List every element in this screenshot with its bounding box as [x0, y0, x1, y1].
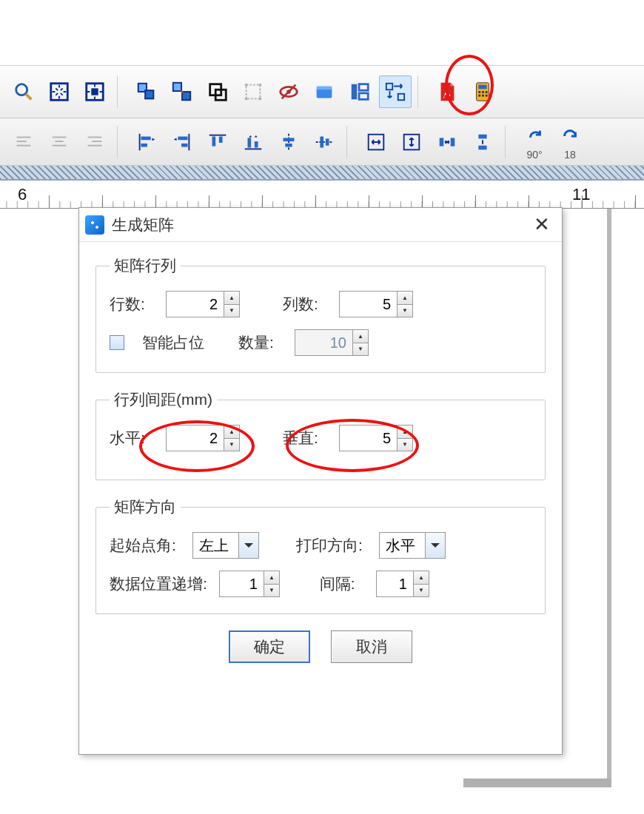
- spin-up-icon[interactable]: ▲: [398, 292, 412, 305]
- cols-spinner[interactable]: ▲▼: [339, 291, 413, 317]
- svg-rect-28: [478, 85, 486, 90]
- print-dir-label: 打印方向:: [296, 535, 367, 556]
- select-inner-icon[interactable]: [78, 75, 111, 108]
- group-squares-icon[interactable]: [130, 75, 163, 108]
- vspacing-input[interactable]: [339, 425, 397, 451]
- distribute-h-icon[interactable]: [431, 126, 463, 158]
- toolbar-separator: [117, 126, 124, 158]
- svg-rect-7: [173, 83, 181, 91]
- pdf-icon[interactable]: [431, 75, 463, 108]
- svg-rect-22: [352, 84, 358, 100]
- svg-rect-4: [91, 88, 98, 95]
- toolbar-separator: [505, 126, 512, 158]
- spin-up-icon[interactable]: ▲: [224, 426, 239, 439]
- rows-spinner[interactable]: ▲▼: [166, 291, 240, 317]
- spin-up-icon[interactable]: ▲: [224, 292, 239, 305]
- ok-button-label: 确定: [254, 636, 285, 657]
- align-left-text-icon[interactable]: [7, 126, 40, 158]
- page-center-v-icon[interactable]: [395, 126, 428, 158]
- combine-shapes-icon[interactable]: [201, 75, 234, 108]
- svg-point-14: [259, 84, 262, 87]
- align-bottom-icon[interactable]: [237, 126, 269, 158]
- select-outer-icon[interactable]: [43, 75, 76, 108]
- svg-rect-48: [178, 136, 187, 140]
- ruler-mark: 6: [18, 185, 27, 204]
- canvas-shadow: [463, 778, 611, 787]
- start-corner-select[interactable]: [192, 532, 259, 559]
- group-spacing: 行列间距(mm) 水平: ▲▼ 垂直: ▲▼: [95, 389, 546, 480]
- search-icon[interactable]: [7, 75, 40, 108]
- spin-down-icon[interactable]: ▼: [398, 439, 412, 451]
- rotate-180-icon[interactable]: [554, 124, 586, 149]
- spin-down-icon[interactable]: ▼: [414, 585, 429, 597]
- spin-down-icon[interactable]: ▼: [224, 439, 239, 451]
- transform-icon[interactable]: [237, 75, 269, 108]
- center-horizontal-icon[interactable]: [308, 126, 341, 158]
- align-top-icon[interactable]: [201, 126, 234, 158]
- svg-line-1: [26, 94, 32, 100]
- vspacing-spinner[interactable]: ▲▼: [339, 425, 413, 451]
- qty-spinner: ▲▼: [295, 329, 369, 356]
- calculator-icon[interactable]: [466, 75, 499, 108]
- qty-label: 数量:: [238, 332, 283, 353]
- group-rows-cols-legend: 矩阵行列: [110, 255, 181, 276]
- cols-label: 列数:: [283, 294, 327, 314]
- spin-up-icon[interactable]: ▲: [414, 571, 429, 585]
- start-corner-value[interactable]: [192, 532, 238, 559]
- cols-input[interactable]: [339, 291, 397, 317]
- close-icon[interactable]: ✕: [529, 212, 554, 238]
- svg-rect-31: [486, 91, 488, 93]
- print-dir-value[interactable]: [379, 532, 425, 559]
- svg-rect-54: [248, 138, 252, 147]
- data-inc-spinner[interactable]: ▲▼: [219, 571, 280, 597]
- chevron-down-icon[interactable]: [238, 532, 259, 559]
- ungroup-squares-icon[interactable]: [166, 75, 198, 108]
- align-right-text-icon[interactable]: [78, 126, 111, 158]
- gap-input[interactable]: [376, 571, 413, 597]
- hspacing-spinner[interactable]: ▲▼: [166, 425, 240, 451]
- align-center-text-icon[interactable]: [43, 126, 76, 158]
- spin-up-icon[interactable]: ▲: [264, 571, 279, 585]
- svg-line-9: [181, 90, 184, 93]
- print-dir-select[interactable]: [379, 532, 446, 559]
- dialog-icon: [85, 215, 104, 235]
- svg-rect-65: [451, 138, 455, 146]
- smart-checkbox[interactable]: [110, 335, 124, 350]
- ok-button[interactable]: 确定: [229, 630, 310, 663]
- chevron-down-icon[interactable]: [425, 532, 446, 559]
- svg-rect-25: [386, 84, 392, 90]
- cancel-button[interactable]: 取消: [331, 630, 412, 663]
- group-rows-cols: 矩阵行列 行数: ▲▼ 列数: ▲▼ 智能占位 数量:: [95, 255, 546, 373]
- rotate-90-icon[interactable]: [518, 124, 551, 149]
- panel-layout-icon[interactable]: [343, 75, 376, 108]
- hspacing-input[interactable]: [166, 425, 224, 451]
- eye-off-icon[interactable]: [272, 75, 305, 108]
- gap-spinner[interactable]: ▲▼: [376, 571, 429, 597]
- group-spacing-legend: 行列间距(mm): [110, 389, 217, 410]
- cancel-button-label: 取消: [356, 636, 387, 657]
- svg-rect-34: [486, 95, 488, 97]
- svg-rect-46: [141, 143, 147, 147]
- matrix-generate-icon[interactable]: [379, 75, 412, 108]
- rotate-180-label: 18: [557, 149, 583, 161]
- folder-icon[interactable]: [308, 75, 341, 108]
- spin-down-icon[interactable]: ▼: [264, 585, 279, 597]
- svg-rect-23: [359, 84, 368, 90]
- matrix-dialog: 生成矩阵 ✕ 矩阵行列 行数: ▲▼ 列数: ▲▼ 智能占位: [78, 207, 563, 755]
- spin-down-icon[interactable]: ▼: [224, 305, 239, 317]
- center-vertical-icon[interactable]: [272, 126, 305, 158]
- dialog-titlebar[interactable]: 生成矩阵 ✕: [79, 208, 562, 242]
- toolbar-separator: [417, 75, 425, 108]
- data-inc-input[interactable]: [219, 571, 264, 597]
- toolbar-separator: [117, 75, 124, 108]
- align-right-icon[interactable]: [166, 126, 198, 158]
- svg-rect-12: [246, 85, 261, 99]
- spin-down-icon[interactable]: ▼: [398, 305, 412, 317]
- align-left-icon[interactable]: [130, 126, 163, 158]
- spin-up-icon[interactable]: ▲: [398, 426, 412, 439]
- svg-rect-33: [482, 95, 484, 97]
- rows-input[interactable]: [166, 291, 224, 317]
- rotate-90-label: 90°: [522, 149, 547, 161]
- distribute-v-icon[interactable]: [466, 126, 499, 158]
- page-center-h-icon[interactable]: [360, 126, 392, 158]
